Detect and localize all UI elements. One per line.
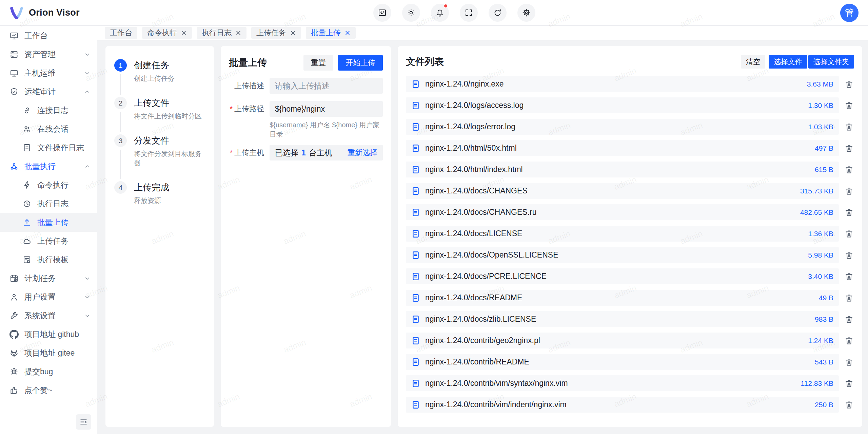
close-icon[interactable]	[290, 30, 296, 36]
template-icon	[22, 255, 32, 264]
trash-icon[interactable]	[844, 122, 854, 132]
step-title: 创建任务	[134, 59, 205, 72]
step-title: 分发文件	[134, 134, 205, 147]
start-upload-button[interactable]: 开始上传	[338, 55, 383, 71]
file-size: 482.65 KB	[800, 208, 833, 216]
upload-path-input[interactable]	[270, 101, 383, 117]
sidebar-item[interactable]: 批量上传	[0, 213, 97, 232]
hosts-selected-count: 1	[301, 148, 306, 157]
clear-files-button[interactable]: 清空	[741, 55, 765, 69]
file-size: 315.73 KB	[800, 187, 833, 195]
trash-icon[interactable]	[844, 272, 854, 281]
trash-icon[interactable]	[844, 400, 854, 410]
code-icon	[378, 8, 387, 17]
sidebar-item[interactable]: 执行日志	[0, 194, 97, 213]
reset-button[interactable]: 重置	[303, 55, 333, 71]
tab[interactable]: 工作台	[105, 27, 137, 39]
sidebar-item[interactable]: 执行模板	[0, 250, 97, 269]
close-icon[interactable]	[181, 30, 187, 36]
sidebar-item[interactable]: 运维审计	[0, 82, 97, 101]
user-avatar[interactable]: 管	[840, 4, 859, 22]
sidebar: 工作台 资产管理 主机运维 运维审计 连接日志 在线会话	[0, 26, 97, 434]
wrench-icon	[9, 311, 19, 320]
sidebar-item[interactable]: 连接日志	[0, 101, 97, 120]
trash-icon[interactable]	[844, 293, 854, 303]
sidebar-item[interactable]: 在线会话	[0, 120, 97, 138]
file-name: nginx-1.24.0/html/50x.html	[425, 144, 808, 153]
file-size: 3.63 MB	[807, 80, 833, 88]
header-action-button[interactable]	[431, 4, 449, 22]
selected-hosts-box[interactable]: 已选择 1 台主机 重新选择	[270, 145, 383, 161]
hosts-selected-prefix: 已选择	[275, 148, 298, 158]
file-name: nginx-1.24.0/docs/PCRE.LICENCE	[425, 272, 801, 281]
file-row: nginx-1.24.0/contrib/geo2nginx.pl 1.24 K…	[406, 333, 854, 348]
close-icon[interactable]	[344, 30, 351, 36]
sidebar-item[interactable]: 命令执行	[0, 176, 97, 194]
header-action-button[interactable]	[460, 4, 478, 22]
sidebar-item[interactable]: 资产管理	[0, 45, 97, 64]
sidebar-item[interactable]: 提交bug	[0, 362, 97, 381]
sidebar-item[interactable]: 点个赞~	[0, 381, 97, 400]
file-icon	[411, 101, 420, 110]
sidebar-item[interactable]: 计划任务	[0, 269, 97, 288]
bell-icon	[435, 8, 445, 17]
trash-icon[interactable]	[844, 165, 854, 174]
trash-icon[interactable]	[844, 250, 854, 260]
file-row: nginx-1.24.0/nginx.exe 3.63 MB	[406, 76, 854, 92]
sidebar-item[interactable]: 系统设置	[0, 306, 97, 325]
chevron-down-icon	[84, 70, 91, 77]
sidebar-item[interactable]: 项目地址 github	[0, 325, 97, 344]
trash-icon[interactable]	[844, 79, 854, 89]
upload-desc-input[interactable]	[270, 78, 383, 94]
trash-icon[interactable]	[844, 208, 854, 217]
sidebar-item[interactable]: 文件操作日志	[0, 138, 97, 157]
sidebar-item[interactable]: 项目地址 gitee	[0, 344, 97, 362]
trash-icon[interactable]	[844, 186, 854, 196]
upload-hosts-row: 上传主机 已选择 1 台主机 重新选择	[229, 145, 383, 161]
file-list-title: 文件列表	[406, 55, 444, 68]
file-icon	[411, 251, 420, 260]
trash-icon[interactable]	[844, 357, 854, 367]
file-row: nginx-1.24.0/docs/CHANGES.ru 482.65 KB	[406, 204, 854, 220]
file-icon	[411, 165, 420, 174]
step-number: 4	[114, 181, 127, 194]
cloud-icon	[22, 237, 32, 246]
reselect-hosts-link[interactable]: 重新选择	[348, 148, 377, 158]
sidebar-item[interactable]: 主机运维	[0, 64, 97, 82]
tab[interactable]: 批量上传	[306, 27, 356, 39]
sidebar-item[interactable]: 工作台	[0, 26, 97, 45]
upload-steps-panel: 1 创建任务 创建上传任务 2 上传文件 将文件上传到临时分区 3	[105, 46, 214, 427]
file-size: 5.98 KB	[808, 251, 833, 259]
select-files-button[interactable]: 选择文件	[769, 55, 807, 69]
trash-icon[interactable]	[844, 229, 854, 239]
header-action-button[interactable]	[489, 4, 507, 22]
trash-icon[interactable]	[844, 144, 854, 153]
sidebar-item[interactable]: 上传任务	[0, 232, 97, 250]
close-icon[interactable]	[235, 30, 241, 36]
trash-icon[interactable]	[844, 315, 854, 324]
file-name: nginx-1.24.0/contrib/vim/syntax/nginx.vi…	[425, 379, 794, 388]
file-icon	[411, 272, 420, 281]
trash-icon[interactable]	[844, 101, 854, 110]
header-action-button[interactable]	[402, 4, 420, 22]
tab[interactable]: 上传任务	[251, 27, 301, 39]
tab[interactable]: 命令执行	[142, 27, 192, 39]
chevron-down-icon	[84, 51, 91, 58]
sidebar-item[interactable]: 用户设置	[0, 288, 97, 306]
tab[interactable]: 执行日志	[197, 27, 246, 39]
select-folder-button[interactable]: 选择文件夹	[808, 55, 854, 69]
sidebar-collapse-button[interactable]	[76, 414, 91, 430]
sidebar-item[interactable]: 批量执行	[0, 157, 97, 176]
header-action-button[interactable]	[517, 4, 535, 22]
step-title: 上传完成	[134, 181, 205, 194]
trash-icon[interactable]	[844, 336, 854, 345]
file-size: 1.36 KB	[808, 230, 833, 238]
dashboard-icon	[9, 31, 19, 40]
file-icon	[411, 379, 420, 388]
main-area: 工作台 命令执行 执行日志 上传任务 批量上传	[97, 26, 868, 434]
file-row: nginx-1.24.0/docs/OpenSSL.LICENSE 5.98 K…	[406, 247, 854, 263]
file-icon	[411, 315, 420, 324]
assets-icon	[9, 50, 19, 59]
header-action-button[interactable]	[373, 4, 391, 22]
trash-icon[interactable]	[844, 379, 854, 388]
